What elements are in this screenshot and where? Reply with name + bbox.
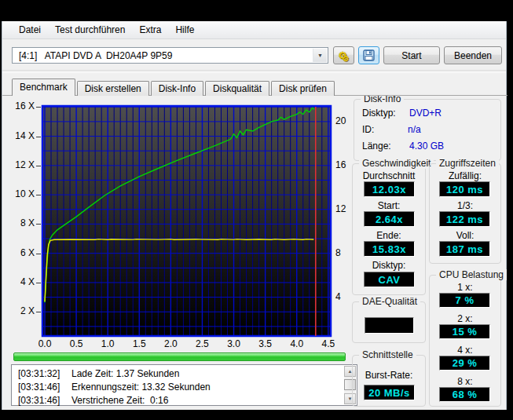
tab-disk-info[interactable]: Disk-Info xyxy=(151,81,203,96)
y-axis-tick xyxy=(36,254,41,254)
y-axis-tick xyxy=(36,195,41,195)
x-axis-tick-label: 2.5 xyxy=(192,338,211,349)
speed-start-label: Start: xyxy=(353,200,425,211)
log-line: [03:31:32] Lade Zeit: 1.37 Sekunden xyxy=(12,367,357,380)
start-button[interactable]: Start xyxy=(383,46,440,64)
log-text: Erkennungszeit: 13.32 Sekunden xyxy=(71,382,211,393)
lcd-speed-start: 2.64x xyxy=(364,211,415,227)
benchmark-chart xyxy=(41,104,332,338)
x-axis-tick-label: 4.5 xyxy=(319,338,338,349)
tab-benchmark[interactable]: Benchmark xyxy=(12,79,75,96)
drive-selector-value: [4:1] ATAPI DVD A DH20A4P 9P59 xyxy=(13,50,313,61)
menu-hilfe[interactable]: Hilfe xyxy=(168,22,201,38)
group-title: Geschwindigkeit xyxy=(359,158,434,169)
lcd-burst-rate: 20 MB/s xyxy=(364,385,415,400)
group-title: DAE-Qualität xyxy=(359,296,420,307)
y-right-tick-label: 20 xyxy=(335,115,346,126)
lcd-cpu-1x: 7 % xyxy=(439,293,490,308)
cpu-2x-label: 2 x: xyxy=(430,313,500,324)
disk-info-value: 4.30 GB xyxy=(409,141,444,152)
y-axis-tick xyxy=(36,107,41,108)
menu-bar: Datei Test durchführen Extra Hilfe xyxy=(2,21,506,39)
x-axis-tick-label: 4.0 xyxy=(288,338,306,349)
access-third-label: 1/3: xyxy=(430,200,500,211)
log-line: [03:31:46] Verstrichene Zeit: 0:16 xyxy=(12,393,357,407)
x-axis-tick-label: 2.0 xyxy=(161,338,180,349)
menu-datei[interactable]: Datei xyxy=(12,22,48,38)
group-disk-info: Disk-Info Disktyp: DVD+R ID: n/a Länge: … xyxy=(354,99,501,161)
options-button[interactable]: ⚙⚙ xyxy=(333,46,354,64)
quit-button[interactable]: Beenden xyxy=(444,46,502,64)
floppy-save-icon xyxy=(363,49,375,61)
lcd-access-full: 187 ms xyxy=(439,241,490,257)
y-left-tick-label: 14 X xyxy=(0,130,35,141)
drive-selector-combobox[interactable]: [4:1] ATAPI DVD A DH20A4P 9P59 ▼ xyxy=(12,47,328,64)
group-geschwindigkeit: Geschwindigkeit Durchschnitt 12.03x Star… xyxy=(352,163,426,295)
lcd-cpu-4x: 29 % xyxy=(439,356,490,371)
group-dae-qualitaet: DAE-Qualität xyxy=(352,301,426,343)
disk-info-label: Länge: xyxy=(362,141,391,152)
log-listbox[interactable]: [03:31:32] Lade Zeit: 1.37 Sekunden [03:… xyxy=(11,364,357,406)
save-button[interactable] xyxy=(358,46,379,64)
tab-bar: Benchmark Disk erstellen Disk-Info Diskq… xyxy=(12,79,336,96)
group-schnittstelle: Schnittstelle Burst-Rate: 20 MB/s xyxy=(352,355,426,407)
bottom-black-strip xyxy=(0,411,513,420)
disk-info-label: Disktyp: xyxy=(362,108,396,119)
y-axis-tick xyxy=(36,137,41,137)
x-axis-tick-label: 0.0 xyxy=(35,338,54,349)
chevron-down-icon[interactable]: ▼ xyxy=(313,49,327,62)
y-left-tick-label: 16 X xyxy=(0,100,35,111)
log-line: [03:31:46] Erkennungszeit: 13.32 Sekunde… xyxy=(12,380,357,393)
x-axis-tick-label: 1.0 xyxy=(98,338,117,349)
menu-test-durchfuehren[interactable]: Test durchführen xyxy=(48,22,132,38)
cpu-8x-label: 8 x: xyxy=(430,376,500,387)
x-axis-tick-label: 0.5 xyxy=(67,338,86,349)
speed-avg-label: Durchschnitt xyxy=(353,170,425,181)
y-left-tick-label: 6 X xyxy=(0,247,35,258)
x-axis-tick-label: 3.5 xyxy=(256,338,275,349)
y-axis-tick xyxy=(36,166,41,166)
tab-diskqualitaet[interactable]: Diskqualität xyxy=(205,81,269,96)
y-axis-tick xyxy=(36,312,41,312)
y-axis-tick xyxy=(36,224,41,225)
y-right-tick-label: 4 xyxy=(335,291,341,302)
log-time: [03:31:46] xyxy=(12,395,71,406)
menu-extra[interactable]: Extra xyxy=(132,22,168,38)
screen: Datei Test durchführen Extra Hilfe [4:1]… xyxy=(0,0,513,420)
log-text: Lade Zeit: 1.37 Sekunden xyxy=(71,368,179,379)
tab-disk-pruefen[interactable]: Disk prüfen xyxy=(271,81,335,96)
title-bar xyxy=(0,0,513,21)
y-left-tick-label: 2 X xyxy=(0,305,35,316)
lcd-access-random: 120 ms xyxy=(439,181,490,197)
lcd-access-third: 122 ms xyxy=(439,211,490,227)
x-axis-tick-label: 3.0 xyxy=(225,338,244,349)
tab-disk-erstellen[interactable]: Disk erstellen xyxy=(77,81,149,96)
log-text: Verstrichene Zeit: 0:16 xyxy=(71,395,168,406)
cpu-1x-label: 1 x: xyxy=(430,282,500,293)
y-right-tick-label: 8 xyxy=(335,247,341,258)
lcd-dae-quality xyxy=(365,317,414,334)
burst-rate-label: Burst-Rate: xyxy=(353,370,425,381)
group-title: CPU Belastung xyxy=(436,269,507,280)
access-full-label: Voll: xyxy=(430,230,500,241)
speed-disctype-label: Disktyp: xyxy=(353,260,425,271)
lcd-cpu-2x: 15 % xyxy=(439,324,490,339)
lcd-speed-end: 15.83x xyxy=(364,241,415,257)
gears-icon-small: ⚙ xyxy=(343,53,350,64)
y-left-tick-label: 12 X xyxy=(0,159,35,170)
y-left-tick-label: 10 X xyxy=(0,188,35,199)
group-title: Schnittstelle xyxy=(359,349,416,360)
group-cpu-belastung: CPU Belastung 1 x: 7 % 2 x: 15 % 4 x: 29… xyxy=(429,275,501,407)
lcd-disc-type: CAV xyxy=(364,272,415,287)
disk-info-value: n/a xyxy=(408,124,421,135)
series-read-speed xyxy=(45,108,314,302)
series-rotation-speed xyxy=(45,239,313,302)
y-right-tick-label: 12 xyxy=(335,203,346,214)
lcd-cpu-8x: 68 % xyxy=(439,387,490,402)
cpu-4x-label: 4 x: xyxy=(430,345,500,356)
group-title: Zugriffszeiten xyxy=(436,158,499,169)
y-right-tick-label: 16 xyxy=(335,159,346,170)
x-axis-tick-label: 1.5 xyxy=(130,338,148,349)
y-left-tick-label: 4 X xyxy=(0,276,35,287)
speed-end-label: Ende: xyxy=(353,230,425,241)
